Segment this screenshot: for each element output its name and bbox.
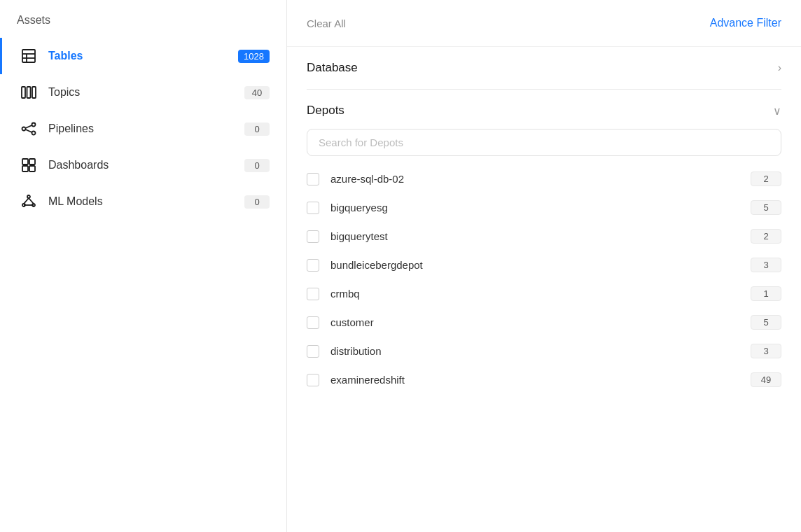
svg-rect-4 bbox=[22, 87, 25, 98]
depots-section-header[interactable]: Depots ∨ bbox=[307, 90, 781, 129]
svg-rect-6 bbox=[32, 87, 36, 98]
depot-name: bigquerytest bbox=[330, 230, 751, 242]
depot-item[interactable]: customer5 bbox=[307, 308, 781, 337]
filter-header: Clear All Advance Filter bbox=[287, 0, 801, 47]
depot-name: examineredshift bbox=[330, 374, 751, 386]
svg-line-10 bbox=[26, 125, 32, 128]
svg-rect-15 bbox=[29, 166, 35, 172]
sidebar-item-ml-models[interactable]: ML Models 0 bbox=[0, 183, 286, 220]
depot-checkbox[interactable] bbox=[307, 345, 319, 358]
svg-point-9 bbox=[32, 132, 36, 135]
depot-count-badge: 3 bbox=[751, 258, 781, 272]
sidebar-item-tables[interactable]: Tables 1028 bbox=[0, 38, 286, 74]
depot-name: azure-sql-db-02 bbox=[330, 173, 751, 185]
svg-line-11 bbox=[26, 130, 32, 132]
pipelines-icon bbox=[19, 119, 39, 139]
svg-point-8 bbox=[32, 123, 36, 127]
database-section-title: Database bbox=[307, 61, 358, 75]
main-panel: Clear All Advance Filter Database › Depo… bbox=[287, 0, 801, 532]
sidebar-item-tables-label: Tables bbox=[48, 50, 238, 62]
database-chevron-right-icon: › bbox=[778, 62, 781, 74]
depot-item[interactable]: crmbq1 bbox=[307, 279, 781, 308]
sidebar-item-ml-models-label: ML Models bbox=[48, 195, 244, 208]
depot-count-badge: 2 bbox=[751, 172, 781, 186]
depot-name: distribution bbox=[330, 345, 751, 357]
sidebar-item-pipelines[interactable]: Pipelines 0 bbox=[0, 111, 286, 147]
depot-item[interactable]: bundleicebergdepot3 bbox=[307, 251, 781, 279]
svg-line-20 bbox=[29, 198, 34, 204]
depot-checkbox[interactable] bbox=[307, 202, 319, 214]
depot-checkbox[interactable] bbox=[307, 316, 319, 329]
sidebar-item-topics-badge: 40 bbox=[244, 86, 270, 99]
table-icon bbox=[19, 46, 39, 66]
sidebar-item-topics[interactable]: Topics 40 bbox=[0, 74, 286, 111]
depot-list: azure-sql-db-022bigqueryesg5bigquerytest… bbox=[307, 164, 781, 394]
svg-rect-0 bbox=[22, 50, 35, 62]
sidebar-item-pipelines-badge: 0 bbox=[244, 122, 270, 136]
sidebar-item-tables-badge: 1028 bbox=[238, 50, 270, 63]
depots-chevron-down-icon: ∨ bbox=[773, 104, 781, 118]
depot-checkbox[interactable] bbox=[307, 259, 319, 272]
database-section: Database › bbox=[307, 47, 781, 90]
svg-point-7 bbox=[22, 127, 26, 131]
depot-item[interactable]: bigqueryesg5 bbox=[307, 193, 781, 222]
depot-count-badge: 49 bbox=[751, 372, 781, 387]
depot-checkbox[interactable] bbox=[307, 374, 319, 386]
sidebar: Assets Tables 1028 Topics 40 bbox=[0, 0, 287, 532]
svg-rect-5 bbox=[27, 87, 31, 98]
svg-rect-13 bbox=[29, 159, 35, 164]
sidebar-item-dashboards-label: Dashboards bbox=[48, 159, 244, 172]
sidebar-item-dashboards-badge: 0 bbox=[244, 159, 270, 172]
topics-icon bbox=[19, 83, 39, 102]
sidebar-item-topics-label: Topics bbox=[48, 86, 244, 99]
depot-checkbox[interactable] bbox=[307, 173, 319, 186]
depot-item[interactable]: examineredshift49 bbox=[307, 365, 781, 394]
depot-item[interactable]: azure-sql-db-022 bbox=[307, 164, 781, 193]
depot-count-badge: 3 bbox=[751, 344, 781, 358]
sidebar-item-pipelines-label: Pipelines bbox=[48, 122, 244, 135]
clear-all-button[interactable]: Clear All bbox=[307, 15, 346, 32]
depot-name: bundleicebergdepot bbox=[330, 259, 751, 271]
filter-content: Database › Depots ∨ azure-sql-db-022bigq… bbox=[287, 47, 801, 532]
depot-count-badge: 5 bbox=[751, 315, 781, 330]
sidebar-title: Assets bbox=[0, 14, 286, 38]
depots-section: Depots ∨ azure-sql-db-022bigqueryesg5big… bbox=[307, 90, 781, 408]
depot-name: crmbq bbox=[330, 288, 751, 300]
advance-filter-button[interactable]: Advance Filter bbox=[710, 14, 781, 32]
depot-count-badge: 1 bbox=[751, 286, 781, 301]
svg-point-16 bbox=[27, 195, 30, 198]
svg-rect-12 bbox=[22, 159, 28, 164]
depot-name: bigqueryesg bbox=[330, 202, 751, 214]
depot-count-badge: 2 bbox=[751, 229, 781, 244]
sidebar-item-ml-models-badge: 0 bbox=[244, 195, 270, 209]
depot-checkbox[interactable] bbox=[307, 230, 319, 243]
dashboards-icon bbox=[19, 155, 39, 175]
depot-item[interactable]: distribution3 bbox=[307, 337, 781, 365]
sidebar-item-dashboards[interactable]: Dashboards 0 bbox=[0, 147, 286, 183]
svg-rect-14 bbox=[22, 166, 28, 172]
depot-name: customer bbox=[330, 316, 751, 328]
depot-item[interactable]: bigquerytest2 bbox=[307, 222, 781, 251]
depot-checkbox[interactable] bbox=[307, 288, 319, 300]
ml-models-icon bbox=[19, 192, 39, 211]
database-section-header[interactable]: Database › bbox=[307, 47, 781, 89]
depots-search-input[interactable] bbox=[307, 129, 781, 156]
svg-line-19 bbox=[24, 198, 29, 204]
depot-count-badge: 5 bbox=[751, 200, 781, 215]
depots-section-title: Depots bbox=[307, 104, 344, 118]
